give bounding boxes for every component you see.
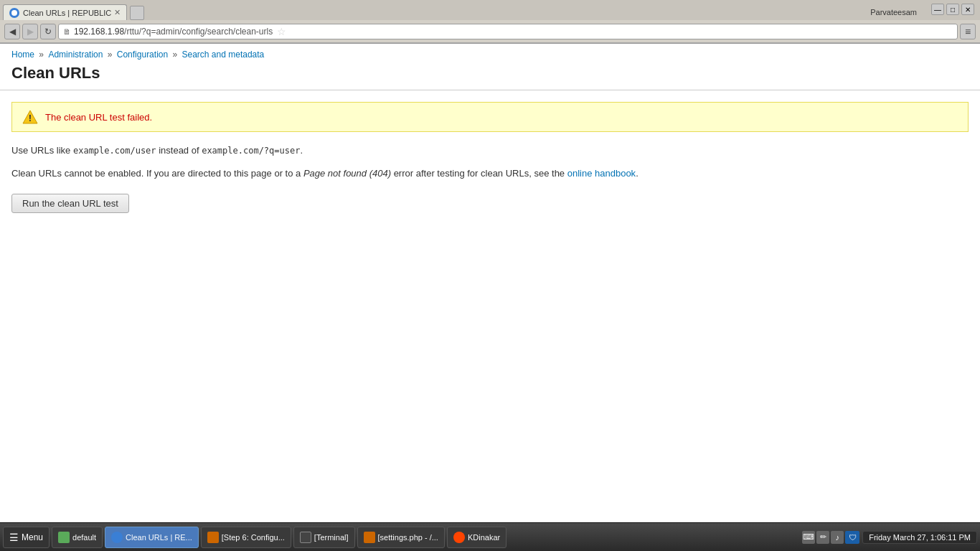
- close-button[interactable]: ✕: [961, 4, 974, 15]
- warning-message: The clean URL test failed.: [45, 112, 152, 123]
- address-base: 192.168.1.98: [74, 27, 124, 37]
- new-tab-button[interactable]: [130, 6, 144, 20]
- reload-button[interactable]: ↻: [40, 24, 56, 39]
- breadcrumb: Home » Administration » Configuration » …: [0, 44, 980, 62]
- info-text-before: Use URLs like: [11, 145, 73, 156]
- breadcrumb-home[interactable]: Home: [11, 50, 34, 60]
- info-code1: example.com/user: [73, 146, 156, 156]
- address-bar[interactable]: 🗎 192.168.1.98 /rttu/?q=admin/config/sea…: [58, 24, 958, 39]
- cannot-text-before: Clean URLs cannot be enabled. If you are…: [11, 168, 303, 179]
- breadcrumb-sep3: »: [173, 50, 180, 60]
- active-tab[interactable]: Clean URLs | REPUBLIC ✕: [3, 4, 127, 20]
- page-icon: 🗎: [63, 27, 71, 36]
- info-paragraph: Use URLs like example.com/user instead o…: [11, 143, 969, 158]
- breadcrumb-search[interactable]: Search and metadata: [182, 50, 265, 60]
- cannot-paragraph: Clean URLs cannot be enabled. If you are…: [11, 166, 969, 182]
- tab-close-icon[interactable]: ✕: [114, 8, 121, 17]
- info-code2: example.com/?q=user: [202, 146, 300, 156]
- tab-favicon-icon: [9, 8, 19, 18]
- breadcrumb-config[interactable]: Configuration: [117, 50, 168, 60]
- cannot-text-end: .: [636, 168, 639, 179]
- cannot-italic: Page not found (404): [303, 168, 391, 179]
- back-button[interactable]: ◀: [4, 24, 20, 39]
- info-text-middle: instead of: [156, 145, 202, 156]
- user-display: Parvateesam: [870, 8, 917, 17]
- bookmark-icon[interactable]: ☆: [277, 26, 286, 37]
- maximize-button[interactable]: □: [946, 4, 959, 15]
- cannot-text-middle: error after testing for clean URLs, see …: [391, 168, 567, 179]
- tab-title: Clean URLs | REPUBLIC: [23, 9, 111, 17]
- handbook-link[interactable]: online handbook: [567, 168, 636, 179]
- breadcrumb-sep1: »: [39, 50, 46, 60]
- warning-box: ! The clean URL test failed.: [11, 102, 969, 132]
- warning-icon: !: [22, 110, 38, 124]
- taskbar: ☰ Menu default Clean URLs | RE... [Step …: [0, 522, 980, 523]
- browser-menu-button[interactable]: ≡: [960, 24, 976, 39]
- address-path: /rttu/?q=admin/config/search/clean-urls: [124, 27, 273, 37]
- page-title: Clean URLs: [0, 62, 980, 90]
- minimize-button[interactable]: —: [931, 4, 944, 15]
- svg-text:!: !: [29, 113, 32, 123]
- info-text-end: .: [300, 145, 303, 156]
- forward-button[interactable]: ▶: [22, 24, 38, 39]
- breadcrumb-sep2: »: [108, 50, 115, 60]
- run-clean-url-button[interactable]: Run the clean URL test: [11, 194, 129, 213]
- breadcrumb-admin[interactable]: Administration: [48, 50, 103, 60]
